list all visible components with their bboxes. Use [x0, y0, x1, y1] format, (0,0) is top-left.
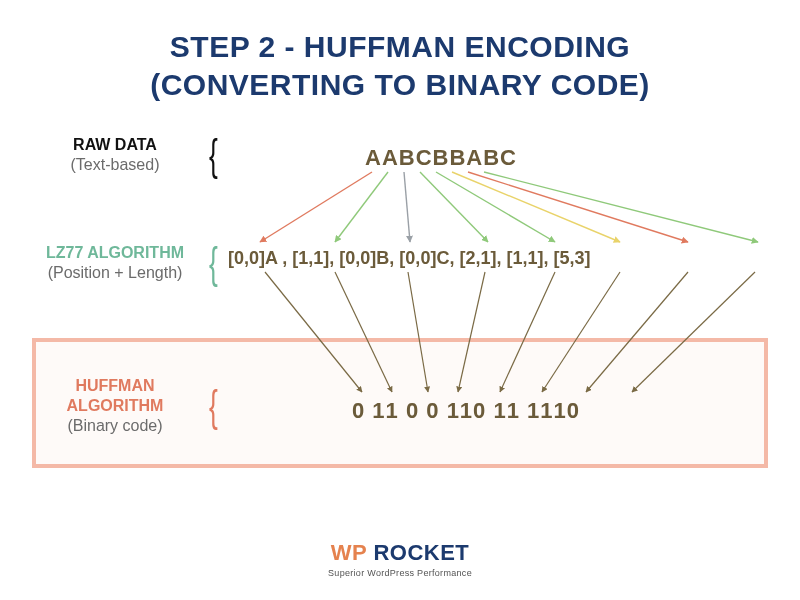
huffman-label-block: HUFFMAN ALGORITHM (Binary code) — [30, 376, 200, 436]
stage-lz77: LZ77 ALGORITHM (Position + Length) { — [30, 238, 227, 288]
raw-data-content: AABCBBABC — [365, 145, 517, 171]
arrow-raw-to-lz77 — [420, 172, 488, 242]
arrow-raw-to-lz77 — [484, 172, 758, 242]
brace-icon: { — [205, 130, 221, 180]
diagram-title: STEP 2 - HUFFMAN ENCODING (CONVERTING TO… — [0, 0, 800, 103]
arrow-raw-to-lz77 — [468, 172, 688, 242]
brand-logo: WP ROCKET — [0, 540, 800, 566]
stage-huffman: HUFFMAN ALGORITHM (Binary code) { — [30, 376, 227, 436]
brace-icon: { — [205, 238, 221, 288]
arrow-raw-to-lz77 — [436, 172, 555, 242]
huffman-label: HUFFMAN ALGORITHM — [67, 377, 164, 414]
arrow-raw-to-lz77 — [335, 172, 388, 242]
raw-label-block: RAW DATA (Text-based) — [30, 135, 200, 175]
brand-rocket: ROCKET — [367, 540, 470, 565]
raw-label: RAW DATA — [73, 136, 157, 153]
lz77-label-block: LZ77 ALGORITHM (Position + Length) — [30, 243, 200, 283]
brace-icon: { — [205, 381, 221, 431]
stage-raw: RAW DATA (Text-based) { — [30, 130, 227, 180]
huffman-content: 0 11 0 0 110 11 1110 — [352, 398, 580, 424]
arrow-raw-to-lz77 — [404, 172, 410, 242]
raw-sublabel: (Text-based) — [30, 155, 200, 175]
lz77-content: [0,0]A , [1,1], [0,0]B, [0,0]C, [2,1], [… — [228, 248, 590, 269]
lz77-label: LZ77 ALGORITHM — [46, 244, 184, 261]
footer: WP ROCKET Superior WordPress Performance — [0, 540, 800, 578]
title-line2: (CONVERTING TO BINARY CODE) — [150, 68, 650, 101]
title-line1: STEP 2 - HUFFMAN ENCODING — [170, 30, 630, 63]
brand-wp: WP — [331, 540, 367, 565]
arrow-raw-to-lz77 — [452, 172, 620, 242]
huffman-sublabel: (Binary code) — [30, 416, 200, 436]
brand-tagline: Superior WordPress Performance — [0, 568, 800, 578]
arrow-raw-to-lz77 — [260, 172, 372, 242]
lz77-sublabel: (Position + Length) — [30, 263, 200, 283]
